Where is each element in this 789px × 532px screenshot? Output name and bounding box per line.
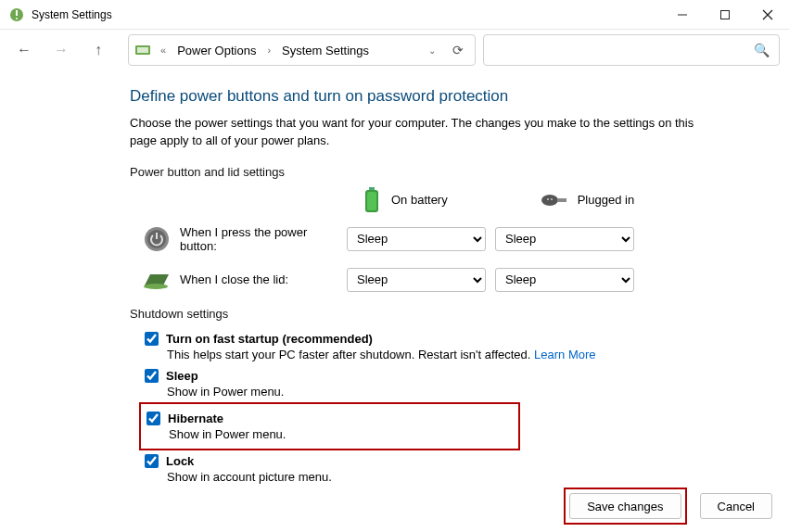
refresh-button[interactable]: ⟳ <box>447 43 469 57</box>
on-battery-header: On battery <box>362 186 448 214</box>
lock-item: Lock Show in account picture menu. <box>130 450 761 488</box>
lid-close-row: When I close the lid: Sleep Sleep <box>130 266 761 294</box>
control-panel-icon <box>134 42 151 58</box>
search-box[interactable]: 🔍 <box>483 34 780 66</box>
plug-icon <box>541 191 568 209</box>
lid-icon <box>143 266 171 294</box>
svg-rect-13 <box>557 198 566 202</box>
svg-rect-9 <box>369 187 375 190</box>
svg-point-12 <box>541 195 558 206</box>
power-button-battery-select[interactable]: Sleep <box>347 227 486 251</box>
main-content: Define power buttons and turn on passwor… <box>0 70 789 488</box>
forward-button[interactable]: → <box>46 35 76 65</box>
save-highlight-box: Save changes <box>564 488 686 525</box>
fast-startup-label: Turn on fast startup (recommended) <box>166 332 373 346</box>
lid-plugged-select[interactable]: Sleep <box>495 268 634 292</box>
fast-startup-item: Turn on fast startup (recommended) This … <box>130 328 761 365</box>
search-input[interactable] <box>493 44 754 57</box>
page-description: Choose the power settings that you want … <box>130 115 723 150</box>
back-button[interactable]: ← <box>9 35 39 65</box>
svg-point-19 <box>144 284 168 289</box>
page-heading: Define power buttons and turn on passwor… <box>130 87 761 106</box>
hibernate-checkbox[interactable] <box>146 412 160 425</box>
cancel-button[interactable]: Cancel <box>700 493 772 519</box>
lid-battery-select[interactable]: Sleep <box>347 268 486 292</box>
breadcrumb-root[interactable]: « <box>157 44 170 56</box>
lock-checkbox[interactable] <box>145 454 159 468</box>
svg-point-14 <box>547 198 549 200</box>
hibernate-item: Hibernate Show in Power menu. <box>146 408 513 445</box>
sleep-sub: Show in Power menu. <box>167 385 761 399</box>
power-button-section-label: Power button and lid settings <box>130 165 761 179</box>
navigation-row: ← → ↑ « Power Options › System Settings … <box>0 30 789 70</box>
hibernate-highlight-box: Hibernate Show in Power menu. <box>139 402 520 450</box>
minimize-button[interactable] <box>661 0 704 30</box>
power-button-icon <box>143 225 171 253</box>
lock-sub: Show in account picture menu. <box>167 470 761 484</box>
maximize-button[interactable] <box>704 0 746 30</box>
close-button[interactable] <box>746 0 789 30</box>
address-dropdown-icon[interactable]: ⌄ <box>423 45 441 56</box>
battery-icon <box>362 186 382 214</box>
svg-rect-11 <box>367 192 376 210</box>
address-bar[interactable]: « Power Options › System Settings ⌄ ⟳ <box>128 34 476 66</box>
fast-startup-sub-text: This helps start your PC faster after sh… <box>167 348 534 361</box>
sleep-label: Sleep <box>166 369 198 383</box>
svg-point-2 <box>16 18 18 19</box>
plugged-in-label: Plugged in <box>578 193 634 207</box>
hibernate-sub: Show in Power menu. <box>169 427 513 441</box>
svg-rect-1 <box>16 10 18 16</box>
on-battery-label: On battery <box>391 193 448 207</box>
chevron-right-icon: › <box>263 44 274 56</box>
window-title: System Settings <box>32 8 661 21</box>
fast-startup-sub: This helps start your PC faster after sh… <box>167 348 761 361</box>
lock-label: Lock <box>166 454 194 468</box>
lid-close-label: When I close the lid: <box>180 272 347 286</box>
search-icon[interactable]: 🔍 <box>754 43 770 57</box>
svg-rect-8 <box>137 47 148 53</box>
hibernate-label: Hibernate <box>168 412 223 425</box>
sleep-checkbox[interactable] <box>145 369 159 383</box>
save-button[interactable]: Save changes <box>569 493 681 519</box>
power-button-label: When I press the power button: <box>180 225 347 253</box>
shutdown-section-label: Shutdown settings <box>130 307 761 321</box>
power-button-row: When I press the power button: Sleep Sle… <box>130 225 761 253</box>
fast-startup-checkbox[interactable] <box>145 332 159 346</box>
sleep-item: Sleep Show in Power menu. <box>130 365 761 402</box>
breadcrumb-power-options[interactable]: Power Options <box>175 42 258 59</box>
learn-more-link[interactable]: Learn More <box>534 348 595 361</box>
app-icon <box>9 7 24 22</box>
breadcrumb-system-settings[interactable]: System Settings <box>280 42 371 59</box>
svg-point-15 <box>551 198 553 200</box>
up-button[interactable]: ↑ <box>83 35 113 65</box>
svg-rect-4 <box>721 10 730 19</box>
plugged-in-header: Plugged in <box>541 191 634 209</box>
footer: Save changes Cancel <box>564 488 772 525</box>
power-button-plugged-select[interactable]: Sleep <box>495 227 634 251</box>
column-headers: On battery Plugged in <box>362 186 761 214</box>
titlebar: System Settings <box>0 0 789 30</box>
